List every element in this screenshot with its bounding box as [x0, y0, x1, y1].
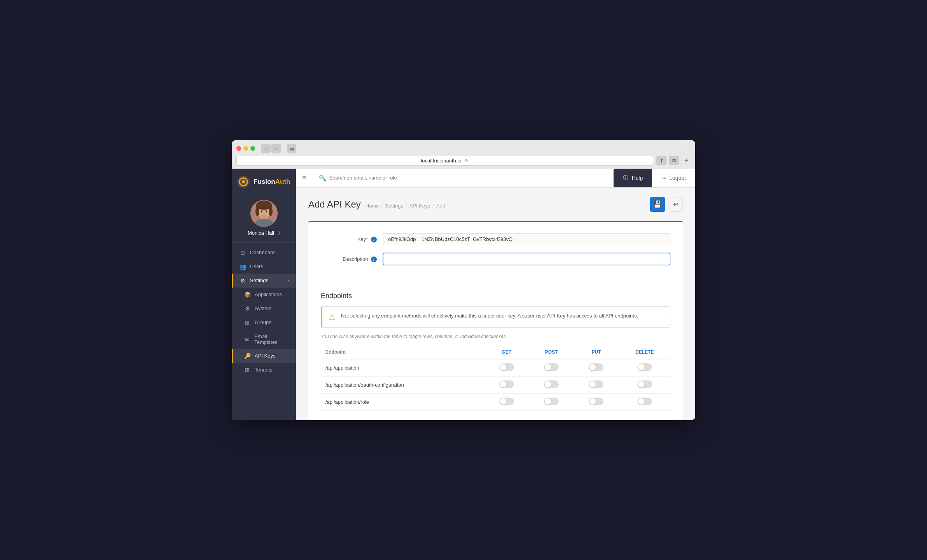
- description-input[interactable]: [383, 253, 670, 265]
- dashboard-icon: ⊟: [239, 249, 246, 256]
- key-label: Key* i: [321, 233, 383, 242]
- toggle-post[interactable]: [544, 398, 559, 405]
- breadcrumb-api-keys[interactable]: API Keys: [409, 203, 430, 209]
- forward-button[interactable]: ›: [271, 144, 281, 153]
- sidebar-item-tenants[interactable]: ⊞ Tenants: [232, 363, 296, 377]
- toggle-post[interactable]: [544, 363, 559, 371]
- toggle-cell-put[interactable]: [574, 359, 619, 377]
- description-info-icon[interactable]: i: [371, 256, 377, 262]
- warning-box: ⚠ Not selecting any endpoint methods wil…: [321, 306, 670, 328]
- table-row[interactable]: /api/application/role: [321, 393, 670, 410]
- search-input[interactable]: [329, 175, 607, 181]
- sidebar-item-system[interactable]: ⚙ System: [232, 302, 296, 316]
- traffic-light-red[interactable]: [236, 146, 241, 151]
- toggle-delete[interactable]: [637, 363, 652, 371]
- address-bar-row: local.fusionauth.io ↻ ⬆ ⧉ +: [236, 156, 691, 169]
- page-actions: 💾 ↩: [650, 197, 683, 212]
- svg-point-8: [255, 207, 259, 216]
- email-templates-icon: ✉: [244, 336, 250, 342]
- toggle-put[interactable]: [589, 380, 603, 388]
- breadcrumb-home[interactable]: Home: [366, 203, 379, 209]
- topbar-actions: ⓘ Help ↪ Logout: [614, 169, 695, 187]
- help-button[interactable]: ⓘ Help: [614, 169, 652, 187]
- toggle-cell-post[interactable]: [529, 376, 574, 393]
- breadcrumb: Home / Settings / API Keys / Add: [366, 203, 445, 209]
- new-tab-button[interactable]: +: [682, 156, 691, 165]
- sidebar-item-api-keys[interactable]: 🔑 API Keys: [232, 349, 296, 363]
- toggle-get[interactable]: [499, 380, 514, 388]
- key-info-icon[interactable]: i: [371, 237, 377, 242]
- sidebar-item-dashboard[interactable]: ⊟ Dashboard: [232, 246, 296, 260]
- back-button[interactable]: ‹: [261, 144, 271, 153]
- address-bar-actions: ⬆ ⧉: [656, 156, 679, 165]
- sidebar-item-settings[interactable]: ⚙ Settings ▾: [232, 274, 296, 288]
- applications-icon: 📦: [244, 291, 251, 298]
- endpoint-name: /api/application: [321, 359, 484, 377]
- svg-point-14: [263, 213, 264, 214]
- col-delete[interactable]: DELETE: [619, 345, 670, 359]
- sidebar-layout-button[interactable]: ▤: [287, 144, 296, 153]
- toggle-get[interactable]: [499, 398, 514, 405]
- svg-point-12: [261, 210, 262, 212]
- traffic-light-yellow[interactable]: [243, 146, 248, 151]
- app-container: FusionAuth: [232, 169, 695, 420]
- page-content: Add API Key Home / Settings / API Keys /…: [296, 188, 695, 420]
- key-input[interactable]: [383, 233, 670, 245]
- toggle-get[interactable]: [499, 363, 514, 371]
- toggle-cell-delete[interactable]: [619, 359, 670, 377]
- col-put[interactable]: PUT: [574, 345, 619, 359]
- col-get[interactable]: GET: [484, 345, 529, 359]
- toggle-delete[interactable]: [637, 380, 652, 388]
- toggle-cell-get[interactable]: [484, 393, 529, 410]
- sidebar-nav: ⊟ Dashboard 👥 Users ⚙ Settings ▾ 📦 App: [232, 242, 296, 420]
- sidebar-item-users[interactable]: 👥 Users: [232, 260, 296, 274]
- endpoints-header-row: Endpoint GET POST PUT DELETE: [321, 345, 670, 359]
- save-button[interactable]: 💾: [650, 197, 665, 212]
- toggle-cell-delete[interactable]: [619, 393, 670, 410]
- toggle-delete[interactable]: [637, 398, 652, 405]
- sidebar: FusionAuth: [232, 169, 296, 420]
- users-icon: 👥: [239, 263, 246, 270]
- warning-triangle-icon: ⚠: [329, 312, 336, 322]
- browser-window: ‹ › ▤ local.fusionauth.io ↻ ⬆ ⧉ +: [232, 140, 695, 420]
- toggle-cell-post[interactable]: [529, 393, 574, 410]
- traffic-light-green[interactable]: [250, 146, 255, 151]
- toggle-cell-put[interactable]: [574, 376, 619, 393]
- toggle-cell-get[interactable]: [484, 359, 529, 377]
- breadcrumb-settings[interactable]: Settings: [385, 203, 403, 209]
- traffic-lights: [236, 146, 255, 151]
- table-row[interactable]: /api/application: [321, 359, 670, 377]
- toggle-cell-put[interactable]: [574, 393, 619, 410]
- toggle-put[interactable]: [589, 363, 603, 371]
- logout-button[interactable]: ↪ Logout: [652, 169, 695, 187]
- sidebar-item-email-templates[interactable]: ✉ Email Templates: [232, 330, 296, 349]
- col-post[interactable]: POST: [529, 345, 574, 359]
- address-bar[interactable]: local.fusionauth.io ↻: [236, 156, 653, 166]
- settings-chevron: ▾: [288, 278, 290, 283]
- back-button[interactable]: ↩: [668, 197, 683, 212]
- endpoints-title: Endpoints: [321, 284, 670, 300]
- topbar-left: ≡: [296, 174, 313, 182]
- system-icon: ⚙: [244, 305, 251, 312]
- page-title: Add API Key: [308, 199, 361, 210]
- toggle-cell-get[interactable]: [484, 376, 529, 393]
- share-button[interactable]: ⬆: [656, 156, 666, 165]
- toggle-put[interactable]: [589, 398, 603, 405]
- toggle-cell-post[interactable]: [529, 359, 574, 377]
- endpoint-name: /api/application/oauth-configuration: [321, 376, 484, 393]
- table-row[interactable]: /api/application/oauth-configuration: [321, 376, 670, 393]
- duplicate-button[interactable]: ⧉: [669, 156, 679, 165]
- search-icon: 🔍: [319, 174, 326, 181]
- fusionauth-logo-icon: [236, 175, 250, 189]
- toggle-cell-delete[interactable]: [619, 376, 670, 393]
- endpoints-table-body: /api/application /api/application/oauth-…: [321, 359, 670, 411]
- reload-icon[interactable]: ↻: [465, 158, 469, 164]
- toggle-post[interactable]: [544, 380, 559, 388]
- nav-buttons: ‹ ›: [261, 144, 281, 153]
- sidebar-item-applications[interactable]: 📦 Applications: [232, 288, 296, 302]
- avatar-svg: [250, 200, 278, 227]
- col-endpoint[interactable]: Endpoint: [321, 345, 484, 359]
- sidebar-item-groups[interactable]: ⊞ Groups: [232, 316, 296, 330]
- hamburger-icon[interactable]: ≡: [302, 174, 306, 182]
- description-field-row: Description i: [321, 253, 670, 265]
